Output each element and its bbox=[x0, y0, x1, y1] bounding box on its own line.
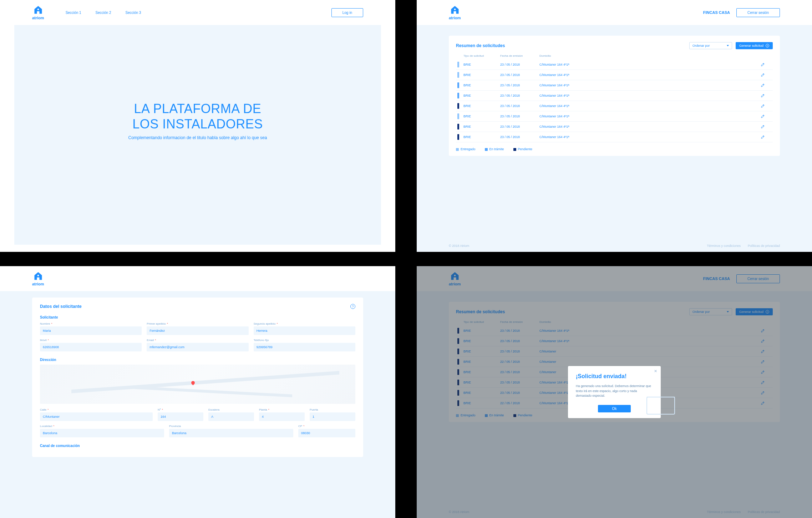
telfijo-input[interactable] bbox=[254, 343, 355, 351]
email-input[interactable] bbox=[147, 343, 248, 351]
primer-input[interactable] bbox=[147, 326, 248, 335]
field-movil: Móvil* bbox=[40, 339, 142, 351]
puerta-input[interactable] bbox=[310, 412, 355, 421]
account-name: FINCAS CASA bbox=[703, 10, 730, 15]
provincia-select[interactable]: Barcelona bbox=[169, 429, 293, 437]
chevron-down-icon bbox=[727, 45, 729, 46]
login-button[interactable]: Log in bbox=[331, 8, 363, 17]
cell-date: 23 / 05 / 2018 bbox=[500, 135, 539, 139]
nav-seccion-1[interactable]: Sección 1 bbox=[66, 11, 81, 15]
logo[interactable]: atriom bbox=[32, 5, 44, 20]
cell-date: 23 / 05 / 2018 bbox=[500, 94, 539, 97]
edit-icon[interactable] bbox=[761, 125, 765, 129]
field-nombre: Nombre* bbox=[40, 322, 142, 335]
field-puerta: Puerta bbox=[310, 408, 355, 421]
footer: © 2018 Atriom Términos y condiciones Pol… bbox=[417, 240, 812, 252]
svg-point-0 bbox=[37, 9, 39, 10]
table-row[interactable]: BRIE23 / 05 / 2018C/Muntaner 164 4º1ª bbox=[456, 132, 773, 142]
status-dot bbox=[457, 113, 459, 119]
logo-icon bbox=[33, 5, 43, 15]
modal-overlay[interactable]: ✕ ¡Solicitud enviada! Ha generado una so… bbox=[417, 266, 812, 518]
logo[interactable]: atriom bbox=[32, 271, 44, 286]
edit-icon[interactable] bbox=[761, 73, 765, 77]
nombre-input[interactable] bbox=[40, 326, 142, 335]
footer-privacy[interactable]: Políticas de privacidad bbox=[748, 244, 780, 248]
escalera-input[interactable] bbox=[208, 412, 254, 421]
nav-seccion-2[interactable]: Sección 2 bbox=[96, 11, 111, 15]
hero-title-line1: LA PLATAFORMA DE bbox=[128, 101, 267, 116]
cell-type: BRIE bbox=[463, 104, 500, 108]
localidad-input[interactable] bbox=[40, 429, 164, 437]
modal-ok-button[interactable]: Ok bbox=[598, 405, 631, 412]
hero-title-line2: LOS INSTALADORES bbox=[128, 116, 267, 132]
legend-entregado: Entregado bbox=[456, 147, 476, 151]
footer-terms[interactable]: Términos y condiciones bbox=[707, 244, 741, 248]
map[interactable] bbox=[40, 365, 355, 404]
section-canal: Canal de comunicación bbox=[40, 444, 355, 448]
edit-icon[interactable] bbox=[761, 93, 765, 98]
help-icon[interactable]: ? bbox=[350, 304, 355, 309]
cell-type: BRIE bbox=[463, 125, 500, 128]
field-provincia: ProvinciaBarcelona bbox=[169, 425, 293, 437]
brand-text: atriom bbox=[32, 16, 44, 20]
status-dot bbox=[457, 134, 459, 140]
table-row[interactable]: BRIE23 / 05 / 2018C/Muntaner 164 4º1ª bbox=[456, 91, 773, 101]
cell-addr: C/Muntaner 164 4º1ª bbox=[539, 104, 761, 108]
field-cp: CP* bbox=[298, 425, 355, 437]
edit-icon[interactable] bbox=[761, 83, 765, 87]
status-dot bbox=[457, 124, 459, 130]
sort-label: Ordenar por bbox=[692, 44, 710, 47]
field-planta: Planta* bbox=[259, 408, 305, 421]
edit-icon[interactable] bbox=[761, 104, 765, 108]
cell-type: BRIE bbox=[463, 73, 500, 77]
cell-addr: C/Muntaner 164 4º1ª bbox=[539, 125, 761, 128]
edit-icon[interactable] bbox=[761, 114, 765, 118]
field-email: Email* bbox=[147, 339, 248, 351]
sort-dropdown[interactable]: Ordenar por bbox=[689, 42, 732, 49]
legend-pendiente: Pendiente bbox=[513, 147, 533, 151]
nav-seccion-3[interactable]: Sección 3 bbox=[125, 11, 141, 15]
cell-addr: C/Muntaner 164 4º1ª bbox=[539, 135, 761, 139]
cp-input[interactable] bbox=[298, 429, 355, 437]
table-row[interactable]: BRIE23 / 05 / 2018C/Muntaner 164 4º1ª bbox=[456, 80, 773, 91]
table-header: Tipo de solicitud Fecha de emisión Domic… bbox=[456, 54, 773, 60]
calle-input[interactable] bbox=[40, 412, 153, 421]
card-title: Resumen de solicitudes bbox=[456, 43, 505, 48]
cell-addr: C/Muntaner 164 4º1ª bbox=[539, 83, 761, 87]
field-escalera: Escalera bbox=[208, 408, 254, 421]
svg-point-2 bbox=[37, 275, 39, 276]
cell-date: 23 / 05 / 2018 bbox=[500, 104, 539, 108]
form-title: Datos del solicitante bbox=[40, 304, 82, 309]
table-row[interactable]: BRIE23 / 05 / 2018C/Muntaner 164 4º1ª bbox=[456, 122, 773, 132]
edit-icon[interactable] bbox=[761, 135, 765, 139]
col-type: Tipo de solicitud bbox=[457, 54, 500, 57]
planta-input[interactable] bbox=[259, 412, 305, 421]
table-row[interactable]: BRIE23 / 05 / 2018C/Muntaner 164 4º1ª bbox=[456, 111, 773, 122]
cell-date: 23 / 05 / 2018 bbox=[500, 63, 539, 66]
status-dot bbox=[457, 82, 459, 88]
status-dot bbox=[457, 72, 459, 78]
table-row[interactable]: BRIE23 / 05 / 2018C/Muntaner 164 4º1ª bbox=[456, 60, 773, 70]
table-row[interactable]: BRIE23 / 05 / 2018C/Muntaner 164 4º1ª bbox=[456, 101, 773, 111]
account-area: FINCAS CASA Cerrar sesión bbox=[703, 8, 780, 17]
movil-input[interactable] bbox=[40, 343, 142, 351]
edit-icon[interactable] bbox=[761, 62, 765, 67]
cell-addr: C/Muntaner 164 4º1ª bbox=[539, 115, 761, 118]
segundo-input[interactable] bbox=[254, 326, 355, 335]
n-input[interactable] bbox=[158, 412, 203, 421]
table-row[interactable]: BRIE23 / 05 / 2018C/Muntaner 164 4º1ª bbox=[456, 70, 773, 80]
cell-date: 23 / 05 / 2018 bbox=[500, 125, 539, 128]
logout-button[interactable]: Cerrar sesión bbox=[736, 8, 780, 17]
field-calle: Calle* bbox=[40, 408, 153, 421]
status-dot bbox=[457, 103, 459, 109]
close-icon[interactable]: ✕ bbox=[654, 369, 657, 374]
cell-type: BRIE bbox=[463, 83, 500, 87]
logo[interactable]: atriom bbox=[449, 5, 461, 20]
status-dot bbox=[457, 62, 459, 67]
generate-request-button[interactable]: Generar solicitud + bbox=[736, 42, 773, 49]
status-dot bbox=[457, 93, 459, 98]
success-modal: ✕ ¡Solicitud enviada! Ha generado una so… bbox=[568, 366, 661, 418]
svg-point-1 bbox=[454, 9, 456, 10]
brand-text: atriom bbox=[32, 282, 44, 286]
legend-tramite: En trámite bbox=[485, 147, 504, 151]
